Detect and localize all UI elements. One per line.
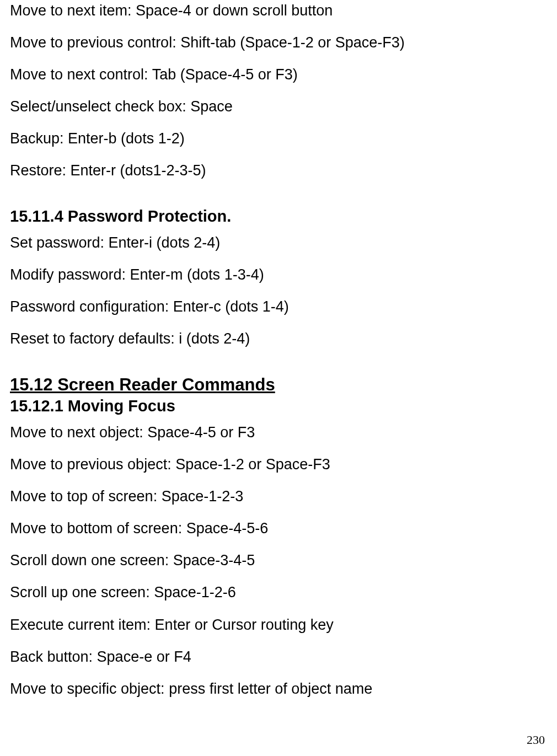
body-text: Backup: Enter-b (dots 1-2) <box>10 129 547 148</box>
body-text: Move to previous control: Shift-tab (Spa… <box>10 33 547 52</box>
body-text: Move to next item: Space-4 or down scrol… <box>10 1 547 20</box>
body-text: Back button: Space-e or F4 <box>10 647 547 667</box>
body-text: Password configuration: Enter-c (dots 1-… <box>10 297 547 317</box>
heading-screen-reader-commands: 15.12 Screen Reader Commands <box>10 375 547 395</box>
body-text: Execute current item: Enter or Cursor ro… <box>10 615 547 635</box>
body-text: Reset to factory defaults: i (dots 2-4) <box>10 329 547 348</box>
heading-moving-focus: 15.12.1 Moving Focus <box>10 397 547 415</box>
heading-password-protection: 15.11.4 Password Protection. <box>10 207 547 226</box>
page-number: 230 <box>527 733 545 747</box>
body-text: Scroll up one screen: Space-1-2-6 <box>10 583 547 602</box>
body-text: Move to next control: Tab (Space-4-5 or … <box>10 65 547 84</box>
body-text: Move to next object: Space-4-5 or F3 <box>10 423 547 442</box>
body-text: Select/unselect check box: Space <box>10 97 547 116</box>
body-text: Move to top of screen: Space-1-2-3 <box>10 487 547 506</box>
body-text: Move to previous object: Space-1-2 or Sp… <box>10 455 547 474</box>
body-text: Scroll down one screen: Space-3-4-5 <box>10 551 547 570</box>
document-body: Move to next item: Space-4 or down scrol… <box>10 0 547 699</box>
body-text: Set password: Enter-i (dots 2-4) <box>10 233 547 253</box>
body-text: Modify password: Enter-m (dots 1-3-4) <box>10 265 547 285</box>
body-text: Restore: Enter-r (dots1-2-3-5) <box>10 161 547 180</box>
body-text: Move to specific object: press first let… <box>10 679 547 699</box>
body-text: Move to bottom of screen: Space-4-5-6 <box>10 519 547 538</box>
